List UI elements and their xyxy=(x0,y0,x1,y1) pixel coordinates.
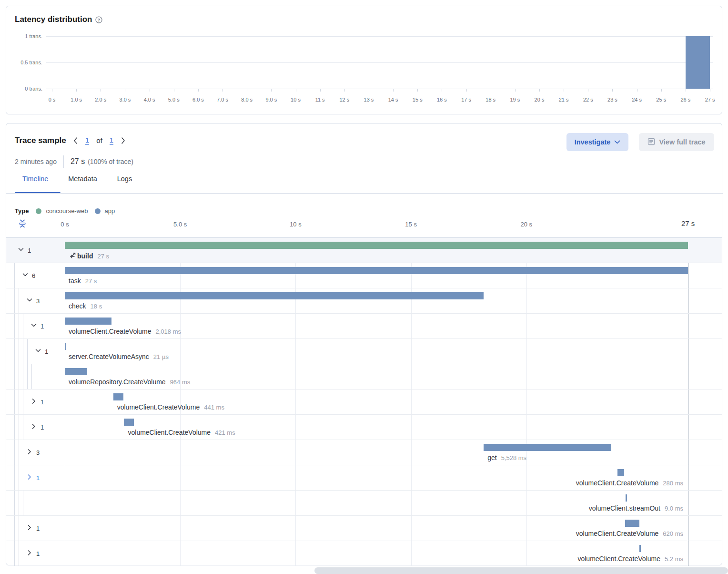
span-name: volumeRepository.CreateVolume xyxy=(69,378,166,386)
span-bar[interactable] xyxy=(639,545,641,552)
waterfall-row[interactable]: volumeClient.streamOut9.0 ms xyxy=(6,491,722,516)
latency-x-tick xyxy=(296,89,296,92)
collapse-vertical-icon[interactable] xyxy=(18,219,27,230)
prev-trace-icon[interactable] xyxy=(73,137,78,144)
total-page-link[interactable]: 1 xyxy=(110,136,113,145)
tree-guide-line xyxy=(23,390,23,414)
investigate-button[interactable]: Investigate xyxy=(566,133,628,151)
latency-x-tick-label: 15 s xyxy=(413,97,423,102)
tree-guide-line xyxy=(14,415,15,440)
waterfall-row[interactable]: 1volumeClient.CreateVolume2,018 ms xyxy=(6,314,722,339)
latency-x-tick xyxy=(222,89,223,92)
waterfall: 1build27 s6task27 s3check18 s1volumeClie… xyxy=(6,237,722,566)
waterfall-row[interactable]: 1volumeClient.CreateVolume421 ms xyxy=(6,415,722,440)
view-full-trace-button[interactable]: View full trace xyxy=(639,133,714,151)
latency-x-tick-label: 8.0 s xyxy=(241,97,253,102)
span-label: volumeClient.CreateVolume620 ms xyxy=(576,530,683,537)
waterfall-row[interactable]: 6task27 s xyxy=(6,263,722,288)
tab-logs[interactable]: Logs xyxy=(117,175,132,183)
chevron-down-icon xyxy=(30,322,37,330)
expand-toggle[interactable]: 1 xyxy=(30,398,44,406)
latency-x-tick xyxy=(174,89,174,92)
expand-toggle[interactable]: 1 xyxy=(26,550,40,557)
span-bar[interactable] xyxy=(124,419,133,426)
span-bar[interactable] xyxy=(65,267,688,274)
span-label: volumeClient.CreateVolume280 ms xyxy=(576,479,683,487)
expand-toggle[interactable]: 6 xyxy=(22,272,35,279)
waterfall-row[interactable]: 1volumeClient.CreateVolume441 ms xyxy=(6,390,722,415)
waterfall-row[interactable]: 1volumeClient.CreateVolume280 ms xyxy=(6,465,722,491)
latency-panel-title: Latency distribution ? xyxy=(15,15,102,24)
span-name: get xyxy=(487,454,496,461)
latency-x-tick xyxy=(271,89,272,92)
waterfall-row[interactable]: 3check18 s xyxy=(6,288,722,314)
horizontal-scrollbar-thumb[interactable] xyxy=(314,567,728,574)
child-count: 3 xyxy=(36,297,40,305)
latency-x-tick xyxy=(76,89,77,92)
latency-x-tick-label: 1.0 s xyxy=(71,97,82,102)
span-bar[interactable] xyxy=(617,469,624,476)
subheader-divider xyxy=(63,155,64,168)
span-bar[interactable] xyxy=(484,444,611,451)
latency-x-tick-label: 12 s xyxy=(339,97,349,102)
span-bar[interactable] xyxy=(113,393,123,400)
expand-toggle[interactable]: 1 xyxy=(35,348,48,355)
current-page-link[interactable]: 1 xyxy=(85,136,89,145)
tree-guide-line xyxy=(19,516,19,541)
trace-sample-title: Trace sample xyxy=(15,136,66,145)
child-count: 1 xyxy=(36,550,40,557)
type-legend: Type concourse-web app xyxy=(15,207,115,215)
latency-x-tick-label: 11 s xyxy=(315,97,325,102)
latency-x-tick xyxy=(150,89,150,92)
span-duration: 9.0 ms xyxy=(665,505,683,512)
latency-x-tick-label: 0 s xyxy=(49,97,56,102)
span-bar[interactable] xyxy=(65,242,688,249)
child-count: 1 xyxy=(36,474,40,482)
waterfall-row[interactable]: 1server.CreateVolumeAsync21 µs xyxy=(6,339,722,364)
expand-toggle[interactable]: 3 xyxy=(26,449,40,456)
span-bar[interactable] xyxy=(65,368,87,375)
next-trace-icon[interactable] xyxy=(121,137,126,144)
waterfall-row[interactable]: 1build27 s xyxy=(6,238,722,263)
help-icon[interactable]: ? xyxy=(95,16,102,23)
span-name: volumeClient.CreateVolume xyxy=(577,555,660,563)
expand-toggle[interactable]: 1 xyxy=(26,474,40,482)
timeline-tick-label: 5.0 s xyxy=(173,221,187,228)
child-count: 1 xyxy=(28,247,31,254)
span-label: volumeClient.CreateVolume5.2 ms xyxy=(577,555,683,563)
span-name: volumeClient.CreateVolume xyxy=(128,429,211,436)
chevron-right-icon xyxy=(30,423,37,431)
tab-metadata[interactable]: Metadata xyxy=(68,175,97,183)
latency-bucket-bar[interactable] xyxy=(686,36,710,89)
span-bar[interactable] xyxy=(65,292,484,299)
expand-toggle[interactable]: 1 xyxy=(30,423,44,431)
span-bar[interactable] xyxy=(626,494,627,502)
span-label: build27 s xyxy=(69,252,109,260)
latency-x-tick xyxy=(710,89,710,92)
span-bar[interactable] xyxy=(625,520,639,527)
span-name: check xyxy=(69,302,86,310)
tab-timeline[interactable]: Timeline xyxy=(22,175,48,183)
waterfall-row[interactable]: 1volumeClient.CreateVolume5.2 ms xyxy=(6,541,722,566)
span-duration: 964 ms xyxy=(170,379,191,386)
legend-dot-app xyxy=(95,208,101,214)
tree-guide-line xyxy=(27,339,28,364)
span-duration: 27 s xyxy=(97,253,109,260)
span-label: volumeRepository.CreateVolume964 ms xyxy=(69,378,190,386)
expand-toggle[interactable]: 3 xyxy=(26,297,40,305)
expand-toggle[interactable]: 1 xyxy=(26,524,40,532)
tree-guide-line xyxy=(19,288,19,313)
expand-toggle[interactable]: 1 xyxy=(18,246,31,254)
span-bar[interactable] xyxy=(65,343,66,350)
waterfall-row[interactable]: volumeRepository.CreateVolume964 ms xyxy=(6,364,722,390)
expand-toggle[interactable]: 1 xyxy=(30,322,44,330)
latency-x-tick xyxy=(198,89,199,92)
span-bar[interactable] xyxy=(65,318,111,325)
latency-x-tick xyxy=(417,89,418,92)
waterfall-row[interactable]: 3get5,528 ms xyxy=(6,440,722,465)
waterfall-row[interactable]: 1volumeClient.CreateVolume620 ms xyxy=(6,516,722,541)
child-count: 1 xyxy=(40,424,44,431)
latency-y-tick-label: 0.5 trans. xyxy=(9,60,42,65)
span-name: volumeClient.CreateVolume xyxy=(576,479,659,487)
span-label: server.CreateVolumeAsync21 µs xyxy=(69,353,169,360)
